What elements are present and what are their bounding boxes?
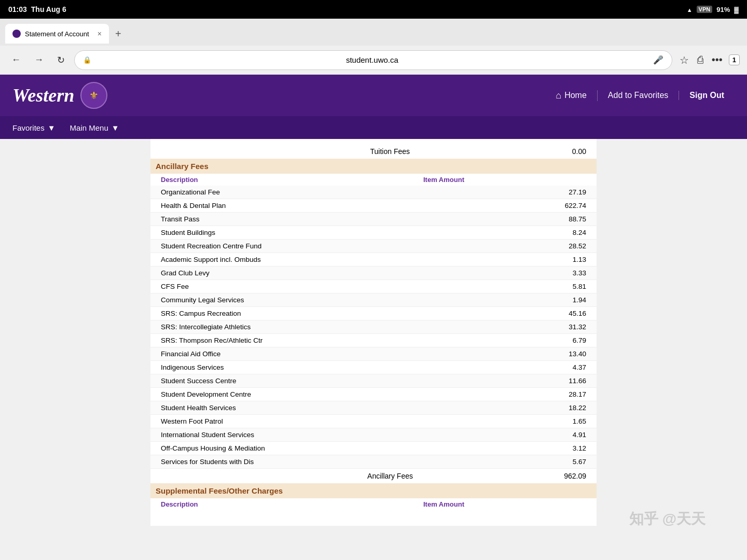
- main-content: Tuition Fees 0.00 Ancillary Fees Descrip…: [150, 139, 597, 526]
- home-icon: [556, 90, 561, 101]
- ancillary-desc-col-header: Description: [150, 174, 418, 186]
- ancillary-subtotal-amount: 962.09: [418, 469, 597, 484]
- tuition-fees-row: Tuition Fees 0.00: [150, 144, 597, 159]
- battery-level: 91%: [716, 6, 730, 13]
- status-day: Thu Aug 6: [31, 5, 66, 13]
- tuition-fees-label: Tuition Fees: [150, 144, 418, 159]
- tab-close-button[interactable]: ×: [98, 30, 102, 38]
- table-row: Student Health Services 18.22: [150, 401, 597, 415]
- table-row: SRS: Intercollegiate Athletics 31.32: [150, 320, 597, 334]
- table-row: Student Buildings 8.24: [150, 226, 597, 240]
- back-button[interactable]: ←: [7, 52, 25, 67]
- status-left: 01:03 Thu Aug 6: [8, 5, 66, 13]
- status-bar: 01:03 Thu Aug 6 VPN 91%: [0, 0, 747, 19]
- table-row: Academic Support incl. Ombuds 1.13: [150, 253, 597, 267]
- western-wordmark: Western: [12, 85, 74, 106]
- table-row: Organizational Fee 27.19: [150, 186, 597, 199]
- address-bar[interactable]: 🔒 student.uwo.ca 🎤: [74, 50, 672, 70]
- table-row: Grad Club Levy 3.33: [150, 267, 597, 280]
- ancillary-col-headers: Description Item Amount: [150, 174, 597, 186]
- battery-icon: [734, 6, 739, 13]
- table-row: Financial Aid Office 13.40: [150, 347, 597, 361]
- table-row: Off-Campus Housing & Mediation 3.12: [150, 442, 597, 455]
- table-row: Western Foot Patrol 1.65: [150, 415, 597, 428]
- tab-bar: Statement of Account × +: [0, 19, 747, 46]
- western-header: Western ⚜ Home Add to Favorites Sign Out: [0, 75, 747, 116]
- active-tab[interactable]: Statement of Account ×: [5, 24, 109, 44]
- tab-title: Statement of Account: [25, 30, 93, 38]
- main-menu[interactable]: Main Menu ▼: [63, 116, 127, 139]
- add-favorites-label: Add to Favorites: [608, 91, 669, 100]
- table-row: Indigenous Services 4.37: [150, 361, 597, 374]
- tab-favicon: [12, 30, 21, 38]
- western-nav: Home Add to Favorites Sign Out: [545, 90, 735, 101]
- watermark: 知乎 @天天: [629, 509, 706, 529]
- table-row: Student Recreation Centre Fund 28.52: [150, 240, 597, 253]
- western-logo: Western ⚜: [12, 82, 107, 109]
- mic-icon: 🎤: [653, 55, 663, 65]
- table-row: Health & Dental Plan 622.74: [150, 199, 597, 213]
- home-label: Home: [564, 91, 587, 100]
- ancillary-amount-col-header: Item Amount: [418, 174, 597, 186]
- lock-icon: 🔒: [83, 56, 91, 64]
- table-row: Student Success Centre 11.66: [150, 374, 597, 388]
- favorites-chevron-icon: ▼: [48, 123, 56, 132]
- new-tab-button[interactable]: +: [111, 28, 126, 40]
- menu-bar: Favorites ▼ Main Menu ▼: [0, 116, 747, 139]
- table-row: International Student Services 4.91: [150, 428, 597, 442]
- ancillary-header-label: Ancillary Fees: [150, 159, 597, 174]
- favorites-menu[interactable]: Favorites ▼: [5, 116, 63, 139]
- home-nav-item[interactable]: Home: [545, 90, 598, 101]
- fees-table: Tuition Fees 0.00 Ancillary Fees Descrip…: [150, 144, 597, 510]
- more-button[interactable]: •••: [710, 52, 725, 68]
- supplemental-header-label: Supplemental Fees/Other Charges: [150, 483, 597, 498]
- table-row: SRS: Thompson Rec/Athletic Ctr 6.79: [150, 334, 597, 347]
- supplemental-desc-col-header: Description: [150, 498, 418, 510]
- table-row: Student Development Centre 28.17: [150, 388, 597, 401]
- status-right: VPN 91%: [687, 6, 739, 13]
- table-row: CFS Fee 5.81: [150, 280, 597, 293]
- status-time: 01:03: [8, 5, 27, 13]
- browser-toolbar: ← → ↻ 🔒 student.uwo.ca 🎤 ☆ ⎙ ••• 1: [0, 46, 747, 75]
- url-text: student.uwo.ca: [95, 55, 649, 64]
- bookmark-button[interactable]: ☆: [677, 52, 691, 68]
- supplemental-section-header: Supplemental Fees/Other Charges: [150, 483, 597, 498]
- main-menu-chevron-icon: ▼: [112, 123, 119, 132]
- main-menu-label: Main Menu: [70, 123, 108, 132]
- ancillary-subtotal-row: Ancillary Fees 962.09: [150, 469, 597, 484]
- sign-out-label: Sign Out: [689, 91, 724, 100]
- vpn-badge: VPN: [697, 6, 713, 13]
- share-button[interactable]: ⎙: [695, 52, 706, 68]
- forward-button[interactable]: →: [30, 52, 48, 67]
- table-row: Services for Students with Dis 5.67: [150, 455, 597, 469]
- sign-out-nav-item[interactable]: Sign Out: [679, 91, 735, 100]
- add-favorites-nav-item[interactable]: Add to Favorites: [598, 91, 680, 100]
- favorites-menu-label: Favorites: [12, 123, 45, 132]
- table-row: Community Legal Services 1.94: [150, 293, 597, 307]
- tuition-fees-amount: 0.00: [418, 144, 597, 159]
- page-count-badge: 1: [729, 54, 740, 65]
- ancillary-subtotal-label: Ancillary Fees: [150, 469, 418, 484]
- supplemental-amount-col-header: Item Amount: [418, 498, 597, 510]
- ancillary-section-header: Ancillary Fees: [150, 159, 597, 174]
- wifi-icon: [687, 6, 693, 13]
- table-row: Transit Pass 88.75: [150, 213, 597, 226]
- toolbar-actions: ☆ ⎙ ••• 1: [677, 52, 740, 68]
- supplemental-col-headers: Description Item Amount: [150, 498, 597, 510]
- table-row: SRS: Campus Recreation 45.16: [150, 307, 597, 320]
- western-crest: ⚜: [80, 82, 107, 109]
- reload-button[interactable]: ↻: [53, 52, 69, 68]
